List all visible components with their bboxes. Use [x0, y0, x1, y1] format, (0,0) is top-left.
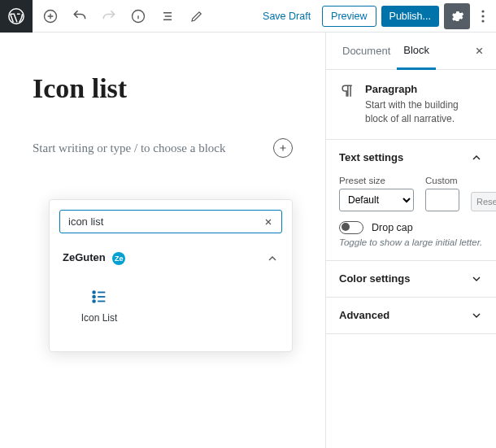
chevron-up-icon: [266, 252, 279, 265]
dropcap-toggle[interactable]: [339, 221, 363, 234]
block-type-title: Paragraph: [365, 83, 483, 95]
inserter-toggle-button[interactable]: [273, 138, 293, 158]
category-badge: Ze: [112, 252, 125, 265]
block-type-desc: Start with the building block of all nar…: [365, 98, 483, 126]
publish-button[interactable]: Publish...: [381, 6, 439, 27]
custom-size-input[interactable]: [425, 189, 459, 211]
plus-icon: [278, 143, 288, 153]
close-icon: [474, 46, 485, 56]
gear-icon: [450, 9, 464, 24]
svg-point-5: [481, 20, 484, 22]
wordpress-logo[interactable]: [0, 0, 33, 33]
chevron-down-icon: [470, 309, 483, 322]
close-sidebar-button[interactable]: [469, 41, 489, 61]
dropcap-label: Drop cap: [372, 222, 413, 233]
preset-size-select[interactable]: Default: [339, 189, 414, 211]
post-title[interactable]: Icon list: [33, 73, 293, 104]
save-draft-button[interactable]: Save Draft: [256, 6, 317, 27]
block-search-input[interactable]: [68, 215, 263, 228]
svg-point-7: [93, 296, 95, 298]
preview-button[interactable]: Preview: [322, 6, 376, 27]
svg-point-6: [93, 291, 95, 294]
icon-list-icon: [90, 288, 108, 306]
tab-block[interactable]: Block: [397, 33, 436, 70]
placeholder-text: Start writing or type / to choose a bloc…: [33, 141, 225, 155]
dropcap-help: Toggle to show a large initial letter.: [339, 237, 483, 247]
preset-size-label: Preset size: [339, 176, 414, 185]
block-item-label: Icon List: [81, 312, 118, 324]
block-inserter-popover: ZeGuten Ze Icon List: [49, 199, 293, 352]
tab-document[interactable]: Document: [336, 33, 397, 70]
reset-button[interactable]: Reset: [471, 192, 496, 211]
block-placeholder[interactable]: Start writing or type / to choose a bloc…: [33, 138, 293, 158]
svg-point-3: [481, 10, 484, 12]
section-text-settings[interactable]: Text settings: [326, 140, 496, 176]
undo-button[interactable]: [68, 5, 91, 28]
redo-button[interactable]: [98, 5, 120, 28]
inserter-category-header[interactable]: ZeGuten Ze: [50, 243, 292, 273]
edit-button[interactable]: [185, 5, 208, 28]
svg-point-8: [93, 300, 95, 302]
add-block-button[interactable]: [39, 5, 62, 28]
settings-button[interactable]: [444, 3, 470, 29]
info-button[interactable]: [127, 5, 150, 28]
section-color-settings[interactable]: Color settings: [326, 261, 496, 297]
close-icon: [263, 217, 273, 227]
chevron-up-icon: [470, 151, 483, 164]
category-name: ZeGuten: [63, 251, 106, 263]
custom-size-label: Custom: [425, 176, 459, 185]
more-vertical-icon: [481, 10, 485, 23]
block-item-icon-list[interactable]: Icon List: [63, 280, 136, 332]
search-input-wrap: [59, 210, 282, 233]
section-advanced[interactable]: Advanced: [326, 298, 496, 333]
outline-button[interactable]: [156, 5, 179, 28]
svg-point-4: [481, 15, 484, 17]
chevron-down-icon: [470, 272, 483, 285]
more-options-button[interactable]: [475, 3, 491, 29]
paragraph-icon: [339, 83, 355, 126]
clear-search-button[interactable]: [263, 217, 273, 227]
